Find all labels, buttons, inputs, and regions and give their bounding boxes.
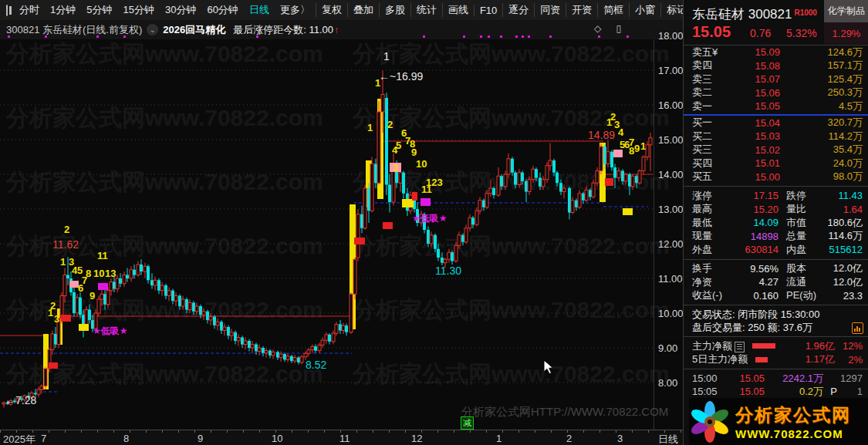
stats-block-2: 换手9.56%股本12.0亿净资4.27流通12.0亿收益(-)0.160PE(…: [684, 262, 868, 303]
toolbar-item-5分钟[interactable]: 5分钟: [81, 3, 117, 17]
x-axis-month: 7: [41, 433, 46, 444]
signal-dot: [256, 35, 258, 38]
queue-divider: [684, 114, 868, 116]
stat-row: 最高15.20量比1.64: [684, 203, 868, 217]
indicator-tag: 2026回马精化: [163, 23, 225, 37]
x-axis-month: 2: [566, 433, 572, 444]
y-axis-label: 18.00: [658, 30, 684, 42]
limit-up-stat: 最后涨停距今数: 11.00: [233, 23, 333, 37]
trade-status: 交易状态: 闭市阶段 15:30:00: [684, 308, 868, 321]
detail-list-icon[interactable]: [735, 342, 745, 352]
toolbar-item-叠加[interactable]: 叠加: [347, 3, 379, 17]
buy-row[interactable]: 买三15.0235.4万: [684, 143, 868, 157]
buy-row[interactable]: 买二15.03114.2万: [684, 130, 868, 143]
buy-row[interactable]: 买五15.0098.0万: [684, 170, 868, 184]
after-hours-chart-icon[interactable]: [852, 322, 863, 334]
stat-row: 外盘630814内盘515612: [684, 243, 868, 257]
sell-row[interactable]: 卖三15.07125.4万: [684, 72, 868, 86]
sell-row[interactable]: 卖一15.054.5万: [684, 99, 868, 113]
signal-dot: [45, 35, 47, 38]
y-axis-label: 13.00: [658, 204, 684, 215]
sell-row[interactable]: 卖四15.08157.1万: [684, 59, 868, 73]
toolbar-item-F10[interactable]: F10: [474, 5, 502, 16]
dropdown-icon[interactable]: ⌄: [147, 24, 158, 35]
stats-block: 涨停17.15跌停11.43最高15.20量比1.64最低14.09市值180.…: [684, 189, 868, 257]
signal-dot: [463, 35, 465, 38]
y-axis-label: 17.00: [658, 65, 684, 76]
toolbar-item-30分钟[interactable]: 30分钟: [160, 3, 201, 17]
last-price: 15.05: [692, 23, 731, 41]
signal-dot: [8, 35, 10, 38]
toolbar-item-画线[interactable]: 画线: [442, 3, 474, 17]
mini-window-icons[interactable]: ◇ ▯: [594, 23, 627, 34]
toolbar-item-开资[interactable]: 开资: [566, 3, 597, 17]
main-net-row: 5日主力净额1.17亿2%: [684, 353, 868, 367]
buy-queue: 买一15.04320.7万买二15.03114.2万买三15.0235.4万买四…: [684, 116, 868, 184]
toolbar-item-逐分[interactable]: 逐分: [502, 3, 534, 17]
time-axis: 2025年789101112123日线: [0, 430, 683, 445]
toolbar-item-日线[interactable]: 日线: [244, 3, 275, 17]
tick-row: 15:0015.052242.1万1297: [684, 372, 868, 385]
toolbar-item-复权[interactable]: 复权: [316, 3, 347, 17]
mouse-cursor: [543, 359, 555, 376]
stat-row: 涨停17.15跌停11.43: [684, 189, 868, 203]
toolbar-item-分时[interactable]: 分时: [14, 3, 45, 17]
stock-name: 东岳硅材 300821: [692, 7, 792, 22]
sell-queue: 卖五¥15.09124.6万卖四15.08157.1万卖三15.07125.4万…: [684, 46, 868, 113]
buy-row[interactable]: 买一15.04320.7万: [684, 116, 868, 130]
stat-row: 换手9.56%股本12.0亿: [684, 262, 868, 276]
price-axis: 18.0017.0016.0015.0014.0013.0012.0011.00…: [654, 39, 684, 430]
signal-dot: [488, 35, 490, 38]
toolbar-item-更多〉[interactable]: 更多〉: [275, 3, 316, 17]
sell-row[interactable]: 卖五¥15.09124.6万: [684, 46, 868, 59]
industry-block[interactable]: 化学制品 1.29%: [824, 0, 868, 44]
signal-dot: [423, 35, 425, 38]
stat-row: 最低14.09市值180.6亿: [684, 216, 868, 230]
toolbar-item-统计[interactable]: 统计: [410, 3, 442, 17]
after-hours-volume: 盘后交易量: 250 额: 37.6万: [684, 321, 868, 334]
y-axis-label: 11.00: [658, 273, 683, 285]
y-axis-label: 9.00: [658, 342, 677, 354]
toolbar-item-小窗[interactable]: 小窗: [629, 3, 660, 17]
logo-url: WWW.70822.COM: [735, 427, 851, 440]
net-inflow-bar: [755, 357, 768, 362]
period-label: 日线: [658, 433, 678, 445]
quote-header: 东岳硅材 300821R1000 15.05 0.76 5.32% 化学制品 1…: [684, 0, 868, 46]
period-toolbar: 分时1分钟5分钟15分钟30分钟60分钟日线更多〉复权叠加多股统计画线F10逐分…: [0, 0, 683, 21]
toolbar-item-15分钟[interactable]: 15分钟: [117, 3, 159, 17]
y-axis-label: 14.00: [658, 169, 684, 180]
chart-background: [0, 39, 654, 430]
signal-dot: [627, 35, 629, 38]
toolbar-item-1分钟[interactable]: 1分钟: [45, 3, 81, 17]
y-axis-label: 8.00: [658, 377, 677, 389]
x-axis-month: 3: [617, 433, 623, 444]
main-net-row: 主力净额1.96亿12%: [684, 339, 868, 353]
margin-badge: R1000: [794, 8, 816, 17]
stat-row: 收益(-)0.160PE(动)23.3: [684, 289, 868, 303]
y-axis-label: 12.00: [658, 238, 684, 250]
signal-dot: [549, 35, 552, 38]
y-axis-label: 15.00: [658, 134, 684, 146]
x-axis-month: 10: [272, 433, 282, 444]
y-axis-label: 10.00: [658, 308, 684, 319]
net-inflow-bar: [752, 343, 775, 349]
logo-site-name: 分析家公式网: [735, 403, 851, 427]
signal-dot: [598, 35, 600, 38]
layout-icon[interactable]: [6, 5, 8, 16]
signal-dot: [528, 35, 530, 38]
industry-pct: 1.29%: [824, 22, 868, 44]
toolbar-item-同资[interactable]: 同资: [534, 3, 566, 17]
toolbar-item-多股[interactable]: 多股: [379, 3, 410, 17]
buy-row[interactable]: 买四15.0124.0万: [684, 157, 868, 170]
stat-row: 现量14898总量114.6万: [684, 230, 868, 244]
y-axis-label: 16.00: [658, 99, 684, 111]
stat-row: 净资4.27流通12.0亿: [684, 275, 868, 289]
toolbar-item-60分钟[interactable]: 60分钟: [201, 3, 243, 17]
toolbar-item-简框[interactable]: 简框: [597, 3, 629, 17]
flower-logo-icon: [689, 401, 731, 443]
reduce-marker-badge: 减: [461, 416, 474, 430]
sell-row[interactable]: 卖二15.06250.3万: [684, 86, 868, 100]
signal-dot: [522, 35, 524, 38]
signal-dot: [96, 35, 99, 38]
chart-title-bar: 300821 东岳硅材(日线.前复权) ⌄ 2026回马精化 最后涨停距今数: …: [0, 20, 683, 40]
